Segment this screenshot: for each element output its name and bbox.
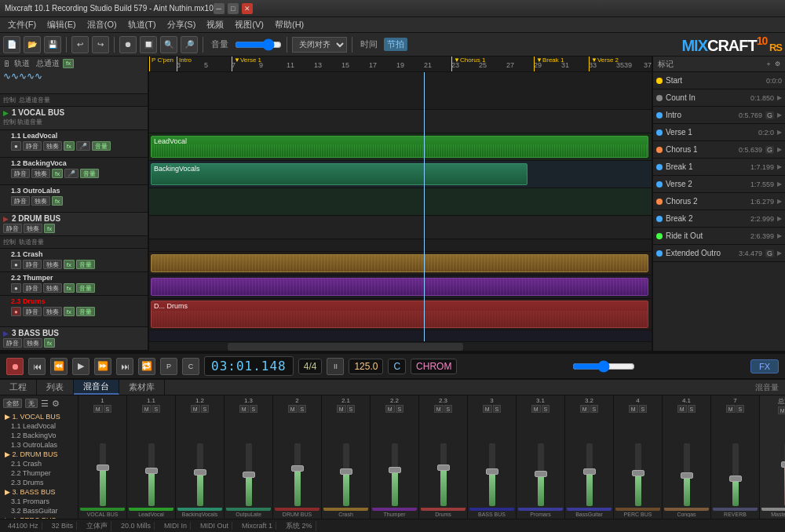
menu-mix[interactable]: 混音(O) [82, 17, 122, 32]
drum-bus-fx[interactable]: fx [44, 224, 55, 233]
mixer-sidebar-drums[interactable]: 2.3 Drums [3, 478, 75, 487]
mixer-sidebar-promars[interactable]: 3.1 Promars [3, 497, 75, 506]
thumper-clip[interactable] [151, 278, 648, 296]
hscroll-thumb[interactable] [228, 343, 463, 351]
mixer-settings-btn[interactable]: ⚙ [52, 399, 60, 409]
marker-break1[interactable]: Break 1 1:7.199 ▶ [653, 159, 785, 176]
ch2-1-fader-handle[interactable] [340, 468, 352, 475]
maximize-button[interactable]: □ [228, 3, 239, 14]
ch1-2-solo[interactable]: S [201, 405, 210, 413]
tab-mixer[interactable]: 混音台 [74, 380, 119, 395]
horizontal-scrollbar[interactable] [149, 341, 652, 351]
ch3-mute[interactable]: M [483, 405, 492, 413]
ch2-2-mute[interactable]: M [385, 405, 395, 413]
ch4-1-solo[interactable]: S [688, 405, 696, 413]
crash-clip[interactable] [151, 254, 648, 272]
mixer-sidebar-outro-lalas[interactable]: 1.3 OutroLalas [3, 440, 75, 450]
thumper-arm[interactable]: ● [11, 283, 21, 293]
ch7-solo[interactable]: S [736, 405, 745, 413]
markers-add-btn[interactable]: ＋ [765, 60, 772, 68]
backing-vocal-audio[interactable]: 音量 [80, 169, 99, 178]
track-lanes-container[interactable]: LeadVocal BackingVocals [149, 72, 652, 341]
ch4-solo[interactable]: S [639, 405, 648, 413]
marker-chorus1[interactable]: Chorus 1 0:5.639 G ▶ [653, 141, 785, 159]
backing-vocal-clip[interactable]: BackingVocals [151, 163, 528, 185]
ch3-2-solo[interactable]: S [590, 405, 599, 413]
ch2-2-solo[interactable]: S [396, 405, 404, 413]
backing-vocal-icon[interactable]: 🎤 [64, 169, 78, 178]
lead-vocal-fx2[interactable]: 音量 [92, 141, 111, 151]
mixer-menu-btn[interactable]: ☰ [41, 399, 49, 409]
backing-vocal-mute[interactable]: 静音 [11, 169, 30, 178]
ch1-solo[interactable]: S [104, 405, 112, 413]
lead-vocal-settings[interactable]: 🎤 [76, 141, 90, 151]
align-select[interactable]: 关闭对齐 [292, 37, 347, 53]
save-button[interactable]: 💾 [44, 36, 61, 53]
beat-label[interactable]: 节拍 [384, 38, 407, 51]
crash-fx[interactable]: fx [64, 260, 75, 269]
ch3-2-fader-handle[interactable] [583, 468, 596, 475]
mode-display[interactable]: CHROM [411, 359, 457, 374]
ch4-fader-handle[interactable] [632, 470, 644, 476]
open-button[interactable]: 📂 [24, 36, 41, 53]
pause-indicator[interactable]: II [327, 358, 344, 375]
menu-view[interactable]: 视图(V) [230, 17, 268, 32]
ch2-mute[interactable]: M [288, 405, 298, 413]
mixer-sidebar-backing-vocal[interactable]: 1.2 BackingVo [3, 431, 75, 440]
marker-chorus2[interactable]: Chorus 2 1:6.279 ▶ [653, 193, 785, 210]
mixer-sidebar-bass-guitar[interactable]: 3.2 BassGuitar [3, 506, 75, 516]
ch2-1-solo[interactable]: S [347, 405, 356, 413]
drums-solo[interactable]: 独奏 [43, 307, 62, 316]
master-volume-transport[interactable] [572, 363, 635, 370]
volume-slider[interactable] [235, 39, 282, 50]
marker-ride-out[interactable]: Ride it Out 2:6.399 ▶ [653, 228, 785, 245]
mixer-none-btn[interactable]: 无 [25, 399, 38, 408]
ch7-fader-handle[interactable] [729, 476, 742, 482]
record-button[interactable]: ⏺ [6, 358, 24, 375]
close-button[interactable]: ✕ [242, 3, 253, 14]
fast-forward-button[interactable]: ⏩ [94, 358, 111, 375]
ch1-3-solo[interactable]: S [250, 405, 258, 413]
ch1-3-mute[interactable]: M [239, 405, 249, 413]
menu-help[interactable]: 帮助(H) [270, 17, 309, 32]
crash-audio[interactable]: 音量 [76, 260, 95, 269]
ch2-3-solo[interactable]: S [444, 405, 453, 413]
mixer-sidebar-bass-bus[interactable]: ▶ 3. BASS BUS [3, 487, 75, 497]
ch1-1-mute[interactable]: M [142, 405, 152, 413]
mixer-all-btn[interactable]: 全部 [3, 399, 22, 408]
ch3-1-solo[interactable]: S [542, 405, 550, 413]
thumper-solo[interactable]: 独奏 [43, 283, 62, 293]
punch-button[interactable]: P [160, 358, 177, 375]
marker-verse1[interactable]: Verse 1 0:2:0 ▶ [653, 124, 785, 141]
go-start-button[interactable]: ⏮ [28, 358, 46, 375]
ch2-solo[interactable]: S [298, 405, 307, 413]
ch1-1-solo[interactable]: S [152, 405, 161, 413]
undo-button[interactable]: ↩ [71, 36, 89, 53]
drums-mute[interactable]: 静音 [23, 307, 42, 316]
loop-button[interactable]: 🔁 [138, 358, 155, 375]
ch4-1-mute[interactable]: M [677, 405, 687, 413]
redo-button[interactable]: ↪ [92, 36, 109, 53]
menu-file[interactable]: 文件(F) [3, 17, 41, 32]
ch3-fader-handle[interactable] [486, 468, 498, 475]
ch1-mute[interactable]: M [93, 405, 103, 413]
new-button[interactable]: 📄 [3, 36, 20, 53]
marker-start[interactable]: Start 0:0:0 [653, 72, 785, 89]
outro-mute[interactable]: 静音 [11, 196, 30, 206]
bpm-display[interactable]: 125.0 [349, 359, 383, 374]
ch3-solo[interactable]: S [493, 405, 502, 413]
thumper-audio[interactable]: 音量 [76, 283, 95, 293]
lead-vocal-clip[interactable]: LeadVocal [151, 136, 648, 158]
time-sig-display[interactable]: 4/4 [298, 359, 323, 374]
ch2-1-mute[interactable]: M [337, 405, 346, 413]
lead-vocal-mute[interactable]: 静音 [23, 141, 42, 151]
master-fx-button[interactable]: fx [63, 59, 74, 68]
thumper-fx[interactable]: fx [64, 283, 75, 293]
marker-break2[interactable]: Break 2 2:2.999 ▶ [653, 210, 785, 228]
marker-count-in[interactable]: Count In 0:1.850 ▶ [653, 89, 785, 107]
thumper-mute[interactable]: 静音 [23, 283, 42, 293]
marker-verse2[interactable]: Verse 2 1:7.559 ▶ [653, 176, 785, 193]
lead-vocal-arm[interactable]: ● [11, 141, 21, 151]
ch3-1-mute[interactable]: M [531, 405, 541, 413]
drum-bus-solo[interactable]: 独奏 [24, 224, 42, 233]
